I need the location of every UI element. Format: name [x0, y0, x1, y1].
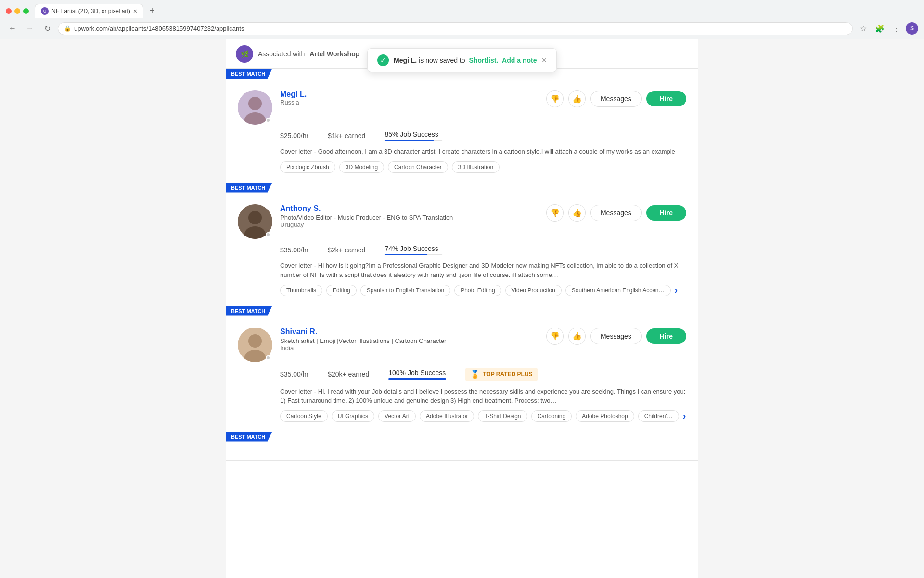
extensions-btn[interactable]: 🧩 [873, 22, 886, 35]
back-btn[interactable]: ← [6, 22, 19, 35]
address-bar[interactable]: 🔒 upwork.com/ab/applicants/1480653815997… [58, 22, 853, 35]
tag-shivani-3[interactable]: Adobe Illustrator [420, 410, 474, 422]
tag-anthony-4[interactable]: Video Production [505, 285, 562, 296]
messages-btn-anthony[interactable]: Messages [590, 205, 642, 221]
earned-anthony: $2k+ earned [328, 246, 365, 254]
job-success-bar-megi [385, 140, 442, 141]
more-btn[interactable]: ⋮ [889, 22, 903, 35]
browser-controls: ← → ↻ 🔒 upwork.com/ab/applicants/1480653… [0, 18, 924, 39]
job-success-shivani: 100% Job Success [388, 369, 446, 380]
avatar-wrap-anthony [238, 204, 272, 239]
thumbup-anthony[interactable]: 👍 [568, 204, 586, 222]
freelancer-name-megi[interactable]: Megi L. [280, 90, 307, 98]
tab-close-btn[interactable]: × [133, 7, 137, 15]
freelancer-location-shivani: India [280, 344, 539, 352]
url-text: upwork.com/ab/applicants/148065381599740… [74, 25, 847, 32]
toast-add-note[interactable]: Add a note [502, 56, 537, 64]
info-megi: Megi L. Russia [280, 90, 539, 106]
close-btn[interactable] [6, 8, 12, 14]
rate-megi: $25.00/hr [280, 132, 308, 140]
tag-shivani-2[interactable]: Vector Art [378, 410, 416, 422]
freelancer-title-anthony: Photo/Video Editor - Music Producer - EN… [280, 214, 539, 221]
tag-anthony-5[interactable]: Southern American English Accen… [565, 285, 671, 296]
tags-more-shivani[interactable]: › [683, 410, 686, 421]
hire-btn-shivani[interactable]: Hire [646, 328, 686, 344]
freelancer-name-anthony[interactable]: Anthony S. [280, 204, 321, 212]
job-success-label-megi: 85% Job Success [385, 131, 442, 138]
tag-shivani-0[interactable]: Cartoon Style [280, 410, 328, 422]
maximize-btn[interactable] [23, 8, 29, 14]
tag-megi-3[interactable]: 3D Illustration [452, 161, 500, 173]
job-success-bar-shivani [388, 378, 446, 380]
toast-close-btn[interactable]: × [541, 55, 547, 66]
messages-btn-shivani[interactable]: Messages [590, 328, 642, 344]
hire-btn-megi[interactable]: Hire [646, 91, 686, 106]
hire-btn-anthony[interactable]: Hire [646, 205, 686, 221]
stats-megi: $25.00/hr $1k+ earned 85% Job Success [280, 131, 686, 141]
tag-shivani-7[interactable]: Children'… [638, 410, 679, 422]
tag-shivani-5[interactable]: Cartooning [531, 410, 572, 422]
thumbdown-megi[interactable]: 👎 [546, 90, 564, 107]
online-dot-shivani [266, 355, 270, 360]
tag-anthony-0[interactable]: Thumbnails [280, 285, 322, 296]
tab-favicon: U [41, 7, 49, 15]
tags-megi: Pixologic Zbrush 3D Modeling Cartoon Cha… [280, 161, 686, 173]
rate-anthony: $35.00/hr [280, 246, 308, 254]
card-anthony: BEST MATCH Anthony S. Photo/Video Editor… [226, 183, 698, 306]
tag-anthony-1[interactable]: Editing [326, 285, 357, 296]
bookmark-btn[interactable]: ☆ [857, 22, 870, 35]
tags-more-anthony[interactable]: › [675, 285, 678, 296]
tag-megi-0[interactable]: Pixologic Zbrush [280, 161, 335, 173]
top-rated-label: TOP RATED PLUS [483, 371, 532, 378]
earned-shivani: $20k+ earned [328, 370, 369, 378]
card-header-shivani: Shivani R. Sketch artist | Emoji |Vector… [238, 328, 686, 362]
tag-megi-1[interactable]: 3D Modeling [339, 161, 384, 173]
tags-anthony: Thumbnails Editing Spanish to English Tr… [280, 285, 686, 296]
card-megi: BEST MATCH Megi L. Russia [226, 69, 698, 183]
card-4-partial: BEST MATCH [226, 432, 698, 461]
cover-letter-anthony: Cover letter - Hi how is it going?Im a P… [280, 261, 686, 280]
job-success-fill-megi [385, 140, 434, 141]
toast-check-icon: ✓ [377, 54, 389, 66]
cover-letter-shivani: Cover letter - Hi, I read with your Job … [280, 387, 686, 406]
forward-btn[interactable]: → [23, 22, 37, 35]
online-dot-megi [266, 118, 270, 123]
tag-anthony-3[interactable]: Photo Editing [454, 285, 501, 296]
active-tab[interactable]: U NFT artist (2D, 3D, or pixel art) × [35, 4, 143, 18]
reload-btn[interactable]: ↻ [40, 22, 54, 35]
freelancer-location-megi: Russia [280, 99, 539, 106]
thumbdown-shivani[interactable]: 👎 [546, 328, 564, 345]
tag-shivani-4[interactable]: T-Shirt Design [478, 410, 527, 422]
avatar-wrap-megi [238, 90, 272, 125]
rate-shivani: $35.00/hr [280, 370, 308, 378]
minimize-btn[interactable] [14, 8, 20, 14]
tag-shivani-1[interactable]: UI Graphics [332, 410, 374, 422]
freelancer-location-anthony: Uruguay [280, 221, 539, 228]
new-tab-btn[interactable]: + [145, 4, 159, 18]
toast-shortlist-link[interactable]: Shortlist. [469, 56, 499, 64]
toast-body: Megi L. is now saved to Shortlist. Add a… [394, 56, 537, 64]
tag-megi-2[interactable]: Cartoon Character [388, 161, 448, 173]
thumbdown-anthony[interactable]: 👎 [546, 204, 564, 222]
job-success-anthony: 74% Job Success [385, 245, 442, 255]
online-dot-anthony [266, 232, 270, 237]
tags-shivani: Cartoon Style UI Graphics Vector Art Ado… [280, 410, 686, 422]
profile-avatar[interactable]: S [906, 22, 918, 35]
svg-point-4 [248, 211, 262, 224]
tag-shivani-6[interactable]: Adobe Photoshop [576, 410, 634, 422]
top-rated-plus-badge: 🏅 TOP RATED PLUS [465, 368, 537, 381]
browser-action-area: ☆ 🧩 ⋮ S [857, 22, 918, 35]
best-match-badge-3: BEST MATCH [226, 306, 272, 316]
messages-btn-megi[interactable]: Messages [590, 91, 642, 107]
job-success-megi: 85% Job Success [385, 131, 442, 141]
info-anthony: Anthony S. Photo/Video Editor - Music Pr… [280, 204, 539, 228]
tag-anthony-2[interactable]: Spanish to English Translation [360, 285, 450, 296]
earned-megi: $1k+ earned [328, 132, 365, 140]
freelancer-name-shivani[interactable]: Shivani R. [280, 328, 317, 336]
page-content: 🌿 Associated with Artel Workshop BEST MA… [226, 39, 698, 578]
best-match-badge-4: BEST MATCH [226, 432, 272, 442]
thumbup-shivani[interactable]: 👍 [568, 328, 586, 345]
thumbup-megi[interactable]: 👍 [568, 90, 586, 107]
avatar-wrap-shivani [238, 328, 272, 362]
actions-anthony: 👎 👍 Messages Hire [546, 204, 686, 222]
